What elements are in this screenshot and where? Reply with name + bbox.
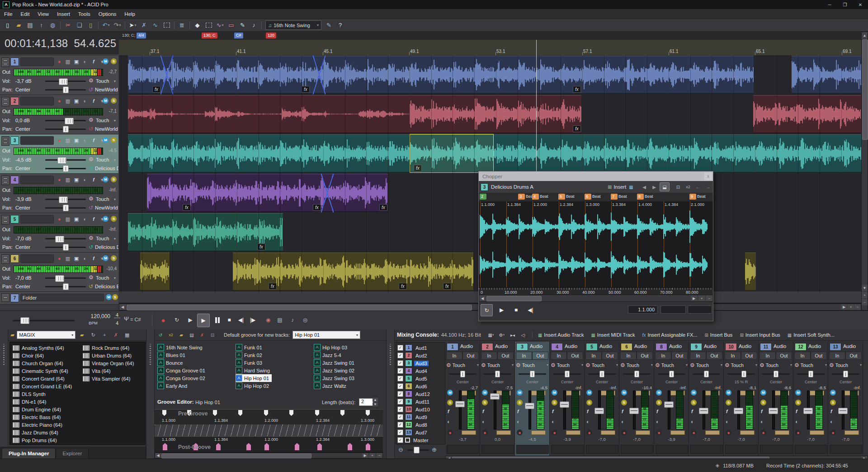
strip-fx-bin[interactable] xyxy=(795,445,827,454)
plugin-list-item[interactable]: DN-e1 (64) xyxy=(13,398,46,405)
groove-item[interactable]: AJazz Swing 01 xyxy=(314,359,357,367)
shift-right-icon[interactable]: → xyxy=(703,183,712,191)
strip-midi-icon[interactable]: M xyxy=(482,390,488,396)
draw-tool-button[interactable]: ➤▾ xyxy=(127,20,138,30)
strip-fx-icon[interactable]: f xyxy=(587,409,589,414)
strip-in-button[interactable]: In xyxy=(516,352,532,360)
clone-groove-icon[interactable]: x2 xyxy=(166,331,175,339)
strip-in-button[interactable]: In xyxy=(551,352,567,360)
panel-grip[interactable] xyxy=(146,329,155,458)
strip-phase-icon[interactable]: ◐ xyxy=(795,419,798,425)
clip-fx-badge[interactable]: fx xyxy=(152,86,160,93)
strip-record-icon[interactable]: ● xyxy=(552,429,557,435)
strip-fader[interactable] xyxy=(490,393,500,400)
vol-slider[interactable] xyxy=(55,275,64,282)
strip-pan-slider[interactable] xyxy=(565,371,570,377)
strip-fx-icon[interactable]: f xyxy=(517,409,519,414)
menu-tools[interactable]: Tools xyxy=(74,11,94,17)
strip-synth-icon[interactable]: S xyxy=(691,400,697,405)
record-arm-button[interactable]: ● xyxy=(56,137,62,143)
open-button[interactable]: ▰ xyxy=(13,20,24,30)
midi-output-icon[interactable]: M xyxy=(103,58,108,64)
automation-gear-icon[interactable]: ⚙ xyxy=(89,117,94,123)
zoom-in-icon[interactable]: + xyxy=(698,296,705,301)
list-zoom-slider[interactable] xyxy=(414,447,420,453)
strip-fader[interactable] xyxy=(838,408,848,414)
audio-clip[interactable] xyxy=(410,95,581,133)
post-groove-marker[interactable] xyxy=(216,443,221,450)
track-header[interactable]: 1●▥▣◐f▾MSOut1089684726048362412-2,7Vol:-… xyxy=(0,56,118,95)
chopper-marker[interactable]: 2 xyxy=(480,194,486,200)
chopper-marker[interactable]: 9 xyxy=(689,194,696,200)
strip-automation[interactable]: ⚙Touch▾ xyxy=(794,361,827,369)
cut-button[interactable]: ✂ xyxy=(62,20,74,30)
tab-plugin-manager[interactable]: Plug-In Manager xyxy=(2,448,56,458)
clip-fx-badge[interactable]: fx xyxy=(379,204,387,211)
tab-explorer[interactable]: Explorer xyxy=(56,448,89,458)
record-arm-button[interactable]: ● xyxy=(56,58,62,65)
strip-peak-box[interactable] xyxy=(844,430,859,435)
clip-fx-badge[interactable]: fx xyxy=(183,204,191,211)
measures-display[interactable]: 54.4.625 xyxy=(74,37,116,50)
scrollbar-thumb[interactable] xyxy=(161,453,311,458)
chopper-marker[interactable]: 7 xyxy=(611,194,618,200)
pre-groove-marker[interactable] xyxy=(340,410,344,416)
scrollbar-thumb[interactable] xyxy=(862,39,868,140)
open-groove-icon[interactable]: ▰ xyxy=(177,331,186,339)
track-grip[interactable] xyxy=(1,254,9,264)
channel-list-row[interactable]: ✓4Aud4 xyxy=(397,367,429,375)
track-lane[interactable]: fxfxfx xyxy=(119,55,861,95)
chopper-title-bar[interactable]: Chopper xyxy=(479,172,713,181)
channel-name[interactable]: Aud2 xyxy=(414,353,429,358)
folder-track-header[interactable]: 7FolderMS xyxy=(0,292,118,305)
track-fx-button[interactable]: f xyxy=(90,255,97,262)
strip-fx-icon[interactable]: f xyxy=(622,409,623,414)
channel-checkbox[interactable]: ✓ xyxy=(397,429,403,435)
soft-synth-icon[interactable]: S xyxy=(111,176,117,182)
strip-pan-slider[interactable] xyxy=(774,371,778,377)
strip-phase-icon[interactable]: ◐ xyxy=(691,419,694,425)
soft-synth-icon[interactable]: S xyxy=(111,98,117,104)
groove-item[interactable]: AHip Hop 02 xyxy=(236,382,272,390)
scroll-down-icon[interactable]: ▼ xyxy=(862,285,868,291)
strip-out-button[interactable]: Out xyxy=(671,352,688,360)
strip-in-button[interactable]: In xyxy=(655,352,671,360)
mixer-strip[interactable]: 10AudioInOut⚙Touch▾15 % R-8,1MSf◐●122436… xyxy=(724,342,759,456)
scrollbar-thumb[interactable] xyxy=(127,305,472,310)
fx-plus-button[interactable]: fxInsert Assignable FX... xyxy=(642,332,698,338)
plugin-list-item[interactable]: Church Organ (64) xyxy=(13,359,63,367)
audio-clip[interactable] xyxy=(128,56,754,94)
channel-list-row[interactable]: ✓11Aud9 xyxy=(397,413,429,421)
strip-fx-icon[interactable]: f xyxy=(656,409,658,414)
strip-midi-icon[interactable]: M xyxy=(726,390,731,396)
audio-clip[interactable] xyxy=(128,95,410,133)
strip-out-button[interactable]: Out xyxy=(567,352,583,360)
track-name-field[interactable] xyxy=(20,57,54,66)
track-view-button[interactable]: ▥ xyxy=(65,255,71,262)
strip-peak-box[interactable] xyxy=(531,430,546,435)
strip-record-icon[interactable]: ● xyxy=(482,429,488,435)
vol-slider[interactable] xyxy=(59,196,68,203)
pan-slider[interactable] xyxy=(63,283,69,290)
midi-output-icon[interactable]: M xyxy=(103,98,108,104)
automation-dropdown-icon[interactable]: ▾ xyxy=(114,237,116,241)
strip-fx-bin[interactable] xyxy=(551,445,584,454)
swing-combo[interactable]: ♫16th Note Swing▾ xyxy=(265,20,321,30)
post-groove-marker[interactable] xyxy=(246,443,251,450)
clip-fx-badge[interactable]: fx xyxy=(269,283,277,290)
strip-record-icon[interactable]: ● xyxy=(447,429,453,435)
strip-fader[interactable] xyxy=(455,401,465,407)
mixer-strip[interactable]: 13AudioInOut⚙Touch▾Center-Inf.MSf◐●12243… xyxy=(828,342,863,456)
zoom-out-icon[interactable]: − xyxy=(862,299,868,305)
strip-phase-icon[interactable]: ◐ xyxy=(552,419,555,425)
channel-list-row[interactable]: ✓3Aud3 xyxy=(397,359,429,367)
strip-record-icon[interactable]: ● xyxy=(586,429,592,435)
clip-fx-badge[interactable]: fx xyxy=(443,283,451,290)
automation-mode[interactable]: Touch xyxy=(96,78,109,84)
strip-out-button[interactable]: Out xyxy=(741,352,757,360)
automation-mode[interactable]: Touch xyxy=(96,196,109,202)
strip-record-icon[interactable]: ● xyxy=(691,429,697,435)
pan-slider[interactable] xyxy=(63,165,69,172)
track-header[interactable]: 3●▥▣◐f▾MSOut1089684726048362412-4,5Vol:-… xyxy=(0,134,118,174)
channel-checkbox[interactable]: ✓ xyxy=(397,391,403,397)
